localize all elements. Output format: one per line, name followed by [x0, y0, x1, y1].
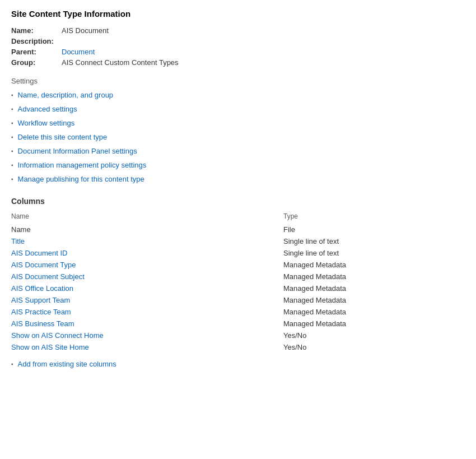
list-item: Information management policy settings	[11, 161, 465, 169]
show-on-ais-site-home-link[interactable]: Show on AIS Site Home	[11, 343, 89, 351]
col-name-cell: Title	[11, 235, 283, 247]
col-type-cell: Yes/No	[283, 341, 465, 353]
col-name-cell: AIS Document Type	[11, 259, 283, 271]
manage-publishing-link[interactable]: Manage publishing for this content type	[18, 175, 144, 183]
col-type-cell: Managed Metadata	[283, 318, 465, 330]
columns-table: Name Type Name File Title Single line of…	[11, 211, 465, 353]
columns-table-body: Name File Title Single line of text AIS …	[11, 224, 465, 353]
add-from-existing-columns-link[interactable]: Add from existing site columns	[18, 360, 116, 368]
show-on-ais-connect-home-link[interactable]: Show on AIS Connect Home	[11, 331, 104, 340]
ais-support-team-link[interactable]: AIS Support Team	[11, 296, 70, 304]
list-item: Workflow settings	[11, 119, 465, 127]
ais-document-subject-link[interactable]: AIS Document Subject	[11, 272, 85, 281]
table-row: AIS Support Team Managed Metadata	[11, 294, 465, 306]
table-row: Show on AIS Site Home Yes/No	[11, 341, 465, 353]
col-name-cell: AIS Business Team	[11, 318, 283, 330]
parent-row: Parent: Document	[11, 48, 465, 56]
col-type-cell: Yes/No	[283, 330, 465, 341]
name-label: Name:	[11, 26, 62, 35]
col-name-cell: Show on AIS Site Home	[11, 341, 283, 353]
columns-section: Columns Name Type Name File Title Single…	[11, 197, 465, 368]
parent-value: Document	[62, 48, 95, 56]
list-item: Advanced settings	[11, 105, 465, 113]
title-column-link[interactable]: Title	[11, 237, 25, 245]
list-item: Manage publishing for this content type	[11, 175, 465, 183]
group-value: AIS Connect Custom Content Types	[62, 58, 179, 67]
add-columns-row: Add from existing site columns	[11, 360, 465, 368]
advanced-settings-link[interactable]: Advanced settings	[18, 105, 77, 113]
settings-heading: Settings	[11, 77, 465, 85]
ais-document-id-link[interactable]: AIS Document ID	[11, 249, 67, 257]
ais-practice-team-link[interactable]: AIS Practice Team	[11, 308, 71, 316]
table-row: AIS Office Location Managed Metadata	[11, 282, 465, 294]
col-type-cell: Managed Metadata	[283, 259, 465, 271]
col-type-cell: Single line of text	[283, 247, 465, 259]
name-description-group-link[interactable]: Name, description, and group	[18, 91, 114, 99]
workflow-settings-link[interactable]: Workflow settings	[18, 119, 75, 127]
col-name-cell: Show on AIS Connect Home	[11, 330, 283, 341]
ais-document-type-link[interactable]: AIS Document Type	[11, 261, 76, 269]
columns-table-header: Name Type	[11, 211, 465, 224]
info-management-policy-link[interactable]: Information management policy settings	[18, 161, 147, 169]
table-row: AIS Document Type Managed Metadata	[11, 259, 465, 271]
parent-link[interactable]: Document	[62, 48, 95, 56]
page-title: Site Content Type Information	[11, 9, 465, 18]
col-type-cell: File	[283, 224, 465, 235]
col-type-cell: Managed Metadata	[283, 306, 465, 318]
col-name-cell: AIS Support Team	[11, 294, 283, 306]
col-type-header: Type	[283, 211, 465, 224]
list-item: Name, description, and group	[11, 91, 465, 99]
name-value: AIS Document	[62, 26, 109, 35]
group-row: Group: AIS Connect Custom Content Types	[11, 58, 465, 67]
delete-content-type-link[interactable]: Delete this site content type	[18, 133, 108, 141]
columns-heading: Columns	[11, 197, 465, 206]
col-type-cell: Single line of text	[283, 235, 465, 247]
site-content-type-info: Name: AIS Document Description: Parent: …	[11, 26, 465, 67]
document-info-panel-link[interactable]: Document Information Panel settings	[18, 147, 137, 155]
table-row: AIS Document Subject Managed Metadata	[11, 271, 465, 282]
col-name-cell: Name	[11, 224, 283, 235]
settings-section: Settings Name, description, and group Ad…	[11, 77, 465, 183]
col-type-cell: Managed Metadata	[283, 294, 465, 306]
col-type-cell: Managed Metadata	[283, 271, 465, 282]
list-item: Delete this site content type	[11, 133, 465, 141]
col-name-cell: AIS Office Location	[11, 282, 283, 294]
table-row: AIS Business Team Managed Metadata	[11, 318, 465, 330]
col-type-cell: Managed Metadata	[283, 282, 465, 294]
name-row: Name: AIS Document	[11, 26, 465, 35]
table-row: Title Single line of text	[11, 235, 465, 247]
list-item: Document Information Panel settings	[11, 147, 465, 155]
ais-business-team-link[interactable]: AIS Business Team	[11, 319, 74, 328]
parent-label: Parent:	[11, 48, 62, 56]
group-label: Group:	[11, 58, 62, 67]
description-label: Description:	[11, 37, 62, 45]
col-name-header: Name	[11, 211, 283, 224]
columns-header-row: Name Type	[11, 211, 465, 224]
col-name-cell: AIS Practice Team	[11, 306, 283, 318]
ais-office-location-link[interactable]: AIS Office Location	[11, 284, 73, 293]
table-row: AIS Practice Team Managed Metadata	[11, 306, 465, 318]
table-row: Show on AIS Connect Home Yes/No	[11, 330, 465, 341]
col-name-cell: AIS Document ID	[11, 247, 283, 259]
table-row: Name File	[11, 224, 465, 235]
col-name-cell: AIS Document Subject	[11, 271, 283, 282]
table-row: AIS Document ID Single line of text	[11, 247, 465, 259]
settings-list: Name, description, and group Advanced se…	[11, 91, 465, 183]
description-row: Description:	[11, 37, 465, 45]
